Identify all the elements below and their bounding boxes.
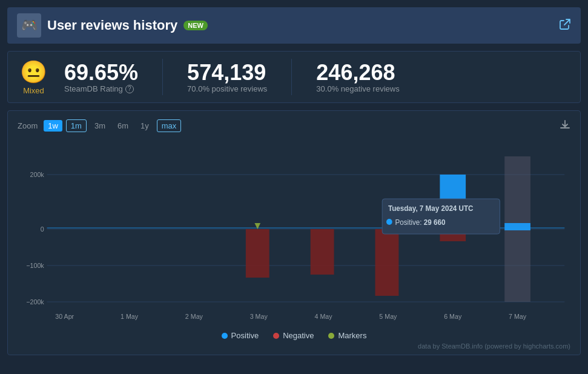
svg-text:6 May: 6 May xyxy=(444,313,462,320)
stats-row: 😐 Mixed 69.65% SteamDB Rating ? 574,139 … xyxy=(7,51,581,103)
positive-dot xyxy=(222,333,228,339)
chart-svg: 200k 0 −100k −200k xyxy=(18,138,570,326)
zoom-controls: Zoom 1w 1m 3m 6m 1y max xyxy=(18,119,570,132)
rating-emoji: 😐 xyxy=(20,59,47,85)
svg-rect-9 xyxy=(246,229,269,278)
positive-label: Positive xyxy=(231,331,259,340)
steamdb-rating-value: 69.65% xyxy=(64,61,138,85)
svg-text:1 May: 1 May xyxy=(121,313,139,320)
chart-area: 200k 0 −100k −200k xyxy=(18,138,570,326)
info-icon[interactable]: ? xyxy=(125,85,134,93)
negative-reviews-block: 246,268 30.0% negative reviews xyxy=(316,61,399,94)
svg-point-27 xyxy=(386,219,392,225)
svg-text:30 Apr: 30 Apr xyxy=(55,313,74,320)
zoom-1w[interactable]: 1w xyxy=(44,120,62,132)
zoom-max[interactable]: max xyxy=(157,119,182,132)
zoom-3m[interactable]: 3m xyxy=(90,120,110,132)
svg-text:200k: 200k xyxy=(30,171,45,178)
new-badge: NEW xyxy=(183,21,208,30)
svg-text:2 May: 2 May xyxy=(185,313,203,320)
markers-dot xyxy=(328,333,334,339)
zoom-6m[interactable]: 6m xyxy=(113,120,133,132)
negative-label: Negative xyxy=(283,331,314,340)
total-reviews-block: 574,139 70.0% positive reviews xyxy=(187,61,267,94)
svg-text:0: 0 xyxy=(41,225,44,233)
rating-label: Mixed xyxy=(23,86,44,95)
rating-block: 😐 Mixed xyxy=(20,59,47,95)
svg-text:Tuesday, 7 May 2024 UTC: Tuesday, 7 May 2024 UTC xyxy=(388,204,474,213)
negative-reviews-value: 246,268 xyxy=(316,61,399,85)
legend-markers: Markers xyxy=(328,331,366,340)
chart-legend: Positive Negative Markers xyxy=(18,331,570,340)
svg-text:Positive: 29 660: Positive: 29 660 xyxy=(395,218,446,227)
negative-dot xyxy=(273,333,279,339)
steamdb-rating-label: SteamDB Rating ? xyxy=(64,84,138,93)
svg-text:5 May: 5 May xyxy=(379,313,397,320)
svg-text:3 May: 3 May xyxy=(250,313,268,320)
game-icon: 🎮 xyxy=(17,13,41,38)
external-link-icon[interactable] xyxy=(559,18,571,33)
svg-text:−200k: −200k xyxy=(26,298,44,306)
legend-positive: Positive xyxy=(222,331,259,340)
attribution: data by SteamDB.info (powered by highcha… xyxy=(18,342,570,350)
negative-pct-label: 30.0% negative reviews xyxy=(316,84,399,93)
zoom-1m[interactable]: 1m xyxy=(66,119,87,132)
download-button[interactable] xyxy=(560,119,570,133)
total-reviews-value: 574,139 xyxy=(187,61,267,85)
page-title: User reviews history xyxy=(47,18,177,33)
svg-text:−100k: −100k xyxy=(26,262,44,269)
page-header: 🎮 User reviews history NEW xyxy=(7,7,581,44)
zoom-1y[interactable]: 1y xyxy=(136,120,153,132)
steamdb-rating-block: 69.65% SteamDB Rating ? xyxy=(64,61,138,94)
zoom-label: Zoom xyxy=(18,121,38,130)
divider xyxy=(162,59,163,95)
svg-rect-10 xyxy=(311,229,334,275)
markers-label: Markers xyxy=(338,331,366,340)
svg-text:4 May: 4 May xyxy=(315,313,333,320)
positive-pct-label: 70.0% positive reviews xyxy=(187,84,267,93)
svg-rect-15 xyxy=(504,223,530,230)
svg-rect-11 xyxy=(375,229,399,296)
svg-text:7 May: 7 May xyxy=(509,313,527,320)
chart-panel: Zoom 1w 1m 3m 6m 1y max 200k 0 xyxy=(7,110,581,355)
divider2 xyxy=(291,59,292,95)
legend-negative: Negative xyxy=(273,331,314,340)
